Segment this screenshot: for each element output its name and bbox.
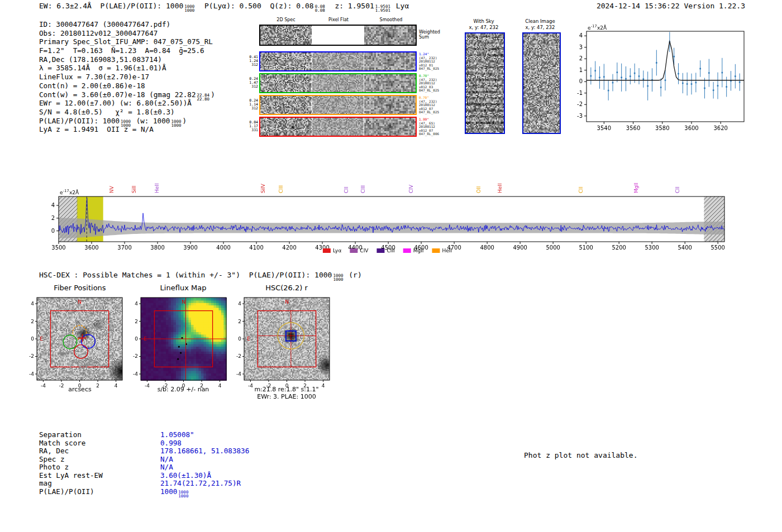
header-stat-frac-bot: 1.9501 xyxy=(375,8,390,12)
hsc-image-cutout xyxy=(227,292,333,391)
header-stat-frac-bot: 1000 xyxy=(184,8,194,12)
info-line-4: RA,Dec (178.169083,51.083714) xyxy=(39,55,215,64)
spec2d-image xyxy=(260,26,312,45)
smoothed-image xyxy=(364,74,416,92)
spec2d-fiber-row xyxy=(259,73,417,93)
smoothed-image xyxy=(364,118,416,136)
info-line-7: Cont(n) = 2.00(±0.86)e-18 xyxy=(39,82,215,90)
info-text: (w: 1000 xyxy=(132,117,170,125)
info-text: Obs: 20180112v012_3000477647 xyxy=(39,29,158,37)
info-frac: 22.8422.80 xyxy=(197,93,210,101)
info-line-9: EWr = 12.00(±7.00) (w: 6.80(±2.50))Å xyxy=(39,99,215,108)
match-row: Est LyA rest-EW3.60(±1.30)Å xyxy=(39,472,249,480)
clean-image-title-line: Clean Image xyxy=(507,18,574,25)
match-value: 178.168661, 51.083836 xyxy=(160,447,249,455)
spec2d-weighted-sum-row xyxy=(259,25,417,46)
header-stat-frac-bot: 0.08 xyxy=(315,8,325,12)
pixelflat-image xyxy=(312,96,364,114)
hsc-dex-frac-bot: 1000 xyxy=(333,277,343,281)
match-label: Separation xyxy=(39,431,160,439)
with-sky-image xyxy=(466,33,504,133)
match-label: Spec z xyxy=(39,456,160,464)
match-label: Photo z xyxy=(39,463,160,472)
header-stat-text: Lyα xyxy=(392,2,409,10)
lineflux-caption: s/b: 2.09 +/- nan xyxy=(136,386,231,393)
match-value-text: 178.168661, 51.083836 xyxy=(160,447,249,455)
fiber-ann-line: 047_RL_006 xyxy=(419,132,454,136)
header-stat-frac: 10001000 xyxy=(184,4,194,12)
smoothed-image xyxy=(364,52,416,70)
info-text: Cont(n) = 2.00(±0.86)e-18 xyxy=(39,82,145,90)
detection-report-page: EW: 6.3±2.4Å P(LAE)/P(OII): 100010001000… xyxy=(0,0,782,532)
match-table: Separation1.05008"Match score0.998RA, De… xyxy=(39,431,249,496)
lineflux-heatmap xyxy=(124,292,230,391)
info-frac-bot: 22.80 xyxy=(197,97,210,101)
smoothed-image xyxy=(364,96,416,114)
info-text: Cont(w) = 3.60(±0.07)e-18 (gmag 22.82 xyxy=(39,90,196,99)
spec2d-fiber-row xyxy=(259,51,417,71)
match-value: 0.998 xyxy=(160,439,182,447)
full-spectrum-plot xyxy=(39,161,750,265)
match-value: N/A xyxy=(160,455,173,463)
match-label: Est LyA rest-EW xyxy=(39,472,160,480)
fiber-weight: 312 xyxy=(246,85,258,89)
info-line-12: LyA z = 1.9491 OII z = N/A xyxy=(39,125,215,134)
match-label: Match score xyxy=(39,439,160,448)
pixelflat-image xyxy=(312,52,364,70)
hsc-dex-text: HSC-DEX : Possible Matches = 1 (within +… xyxy=(39,271,332,279)
info-frac-bot: 1000 xyxy=(171,123,181,127)
clean-image-panel xyxy=(522,32,561,134)
fiber-row-weights: 0.241.14312 xyxy=(246,99,258,111)
info-text: EWr = 12.00(±7.00) (w: 6.80(±2.50))Å xyxy=(39,99,192,107)
info-text: RA,Dec (178.169083,51.083714) xyxy=(39,55,162,64)
fiber-positions-title: Fiber Positions xyxy=(32,284,127,292)
spec2d-image xyxy=(260,52,312,70)
info-text: LyA z = 1.9491 OII z = N/A xyxy=(39,125,154,133)
fiber-row-annotation: 0.70"(47, 232)20180112v012_03047_RL_025 xyxy=(419,74,454,93)
info-text: LineFlux = 7.30(±2.70)e-17 xyxy=(39,73,149,81)
info-text: ) xyxy=(182,117,187,125)
pixelflat-image xyxy=(312,26,364,45)
spec2d-header-2: Smoothed xyxy=(365,17,417,22)
info-text: ID: 3000477647 (3000477647.pdf) xyxy=(39,20,170,28)
match-label: RA, Dec xyxy=(39,447,160,456)
info-text: ) xyxy=(211,90,215,99)
fiber-ann-line: 047_RL_025 xyxy=(419,67,454,71)
fiber-positions-map xyxy=(20,292,126,391)
hsc-dex-frac: 10001000 xyxy=(333,274,343,281)
spec2d-fiber-row xyxy=(259,117,417,137)
with-sky-panel xyxy=(465,32,505,134)
info-text: F=1.2" T=0.163 N̄=1.23 A=0.84 ḡ=25.6 xyxy=(39,46,204,55)
match-label: mag xyxy=(39,480,160,488)
match-value-frac-bot: 1000 xyxy=(178,494,188,498)
match-value-text: 1000 xyxy=(160,487,177,496)
fiber-ann-line: 047_RL_025 xyxy=(419,111,454,114)
clean-image-title: Clean Imagex, y: 47, 232 xyxy=(507,18,574,31)
match-value-text: 3.60(±1.30)Å xyxy=(160,471,211,480)
fiber-weight: 312 xyxy=(246,107,258,111)
smoothed-image xyxy=(364,26,416,45)
fiber-row-annotation: 1.99"(47, 65)20180112v012_07047_RL_006 xyxy=(419,118,454,136)
fiber-row-weights: 0.041.17331 xyxy=(246,121,258,132)
spec2d-image xyxy=(260,118,312,136)
spec2d-header-0: 2D Spec xyxy=(260,17,312,22)
match-value-text: N/A xyxy=(160,463,173,471)
info-block: ID: 3000477647 (3000477647.pdf)Obs: 2018… xyxy=(39,20,215,134)
info-line-10: S/N = 4.8(±0.5) χ² = 1.8(±0.3) xyxy=(39,108,215,117)
hsc-cutout-title: HSC(26.2) r xyxy=(239,284,334,292)
info-text: Primary Spec_Slot_IFU_AMP: 047_075_075_R… xyxy=(39,37,213,46)
zoom-spectrum-plot xyxy=(564,23,754,134)
clean-image-subtitle: x, y: 47, 232 xyxy=(507,25,574,31)
hsc-dex-match-line: HSC-DEX : Possible Matches = 1 (within +… xyxy=(39,271,362,281)
match-value-text: 1.05008" xyxy=(160,430,194,439)
weighted-sum-line: Weighted xyxy=(419,30,454,35)
fiber-ann-line: 047_RL_025 xyxy=(419,89,454,93)
header-stat-frac: 0.080.08 xyxy=(315,4,325,12)
match-row: Match score0.998 xyxy=(39,439,249,448)
match-value: N/A xyxy=(160,463,173,471)
match-row: mag21.74(21.72,21.75)R xyxy=(39,480,249,488)
hsc-dex-text: (r) xyxy=(344,271,361,279)
clean-image xyxy=(523,33,560,133)
match-value-text: N/A xyxy=(160,455,173,463)
info-line-3: F=1.2" T=0.163 N̄=1.23 A=0.84 ḡ=25.6 xyxy=(39,46,215,55)
